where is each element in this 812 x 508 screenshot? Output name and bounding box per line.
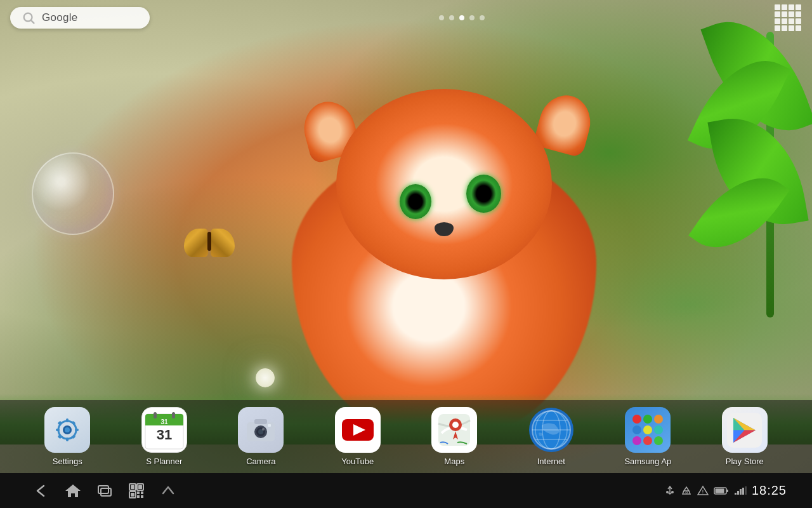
page-dot-5 <box>480 15 485 20</box>
svg-text:31: 31 <box>157 427 172 443</box>
svg-rect-7 <box>56 429 60 431</box>
svg-rect-5 <box>66 418 69 422</box>
screenshot-icon <box>128 482 145 500</box>
recents-button[interactable] <box>89 475 121 507</box>
page-dot-3 <box>459 15 464 20</box>
camera-label: Camera <box>246 457 275 466</box>
grid-icon <box>775 4 801 31</box>
svg-rect-50 <box>137 491 140 494</box>
battery-icon <box>714 486 729 495</box>
internet-label: Internet <box>537 457 565 466</box>
back-button[interactable] <box>25 475 57 507</box>
svg-rect-60 <box>715 488 724 493</box>
cat-illustration <box>254 83 634 438</box>
up-arrow-icon <box>159 482 177 500</box>
svg-text:31: 31 <box>160 418 168 425</box>
butterfly <box>184 229 235 260</box>
svg-rect-65 <box>745 486 747 495</box>
settings-icon <box>44 407 90 453</box>
svg-rect-26 <box>268 424 271 427</box>
camera-app[interactable]: Camera <box>229 407 292 466</box>
svg-rect-21 <box>254 419 267 424</box>
svg-line-1 <box>31 20 34 23</box>
maps-label: Maps <box>444 457 464 466</box>
usb-icon <box>664 485 676 497</box>
internet-icon <box>528 407 574 453</box>
svg-rect-64 <box>742 488 744 495</box>
youtube-app[interactable]: YouTube <box>326 407 390 466</box>
plant-decoration <box>634 0 812 318</box>
svg-rect-8 <box>75 429 79 431</box>
google-search-bar[interactable]: Google <box>10 7 150 29</box>
svg-point-54 <box>666 491 669 493</box>
svg-point-0 <box>24 13 32 21</box>
google-label: Google <box>42 11 78 24</box>
svg-rect-42 <box>98 486 108 493</box>
svg-rect-52 <box>137 495 140 498</box>
page-dot-4 <box>469 15 475 20</box>
maps-icon <box>431 407 477 453</box>
recents-icon <box>96 482 114 500</box>
svg-rect-59 <box>726 490 728 492</box>
home-button[interactable] <box>57 475 89 507</box>
playstore-icon <box>722 407 768 453</box>
splanner-app[interactable]: 31 31 S Planner <box>133 407 196 466</box>
svg-text:!: ! <box>702 490 704 494</box>
svg-rect-45 <box>131 485 134 489</box>
svg-rect-18 <box>154 412 157 418</box>
time-display: 18:25 <box>752 483 787 498</box>
svg-rect-47 <box>138 485 142 489</box>
svg-rect-61 <box>735 493 737 495</box>
splanner-icon: 31 31 <box>141 407 187 453</box>
samsung-apps-label: Samsung Ap <box>624 457 671 466</box>
svg-rect-6 <box>66 438 69 441</box>
search-icon <box>22 11 36 25</box>
bubble <box>32 152 114 235</box>
youtube-label: YouTube <box>341 457 374 466</box>
home-icon <box>64 482 82 500</box>
svg-point-32 <box>452 422 459 428</box>
svg-rect-49 <box>131 493 134 497</box>
svg-point-55 <box>671 491 674 493</box>
internet-app[interactable]: Internet <box>520 407 583 466</box>
nav-bar: ♻ ! 18:25 <box>0 473 812 508</box>
playstore-app[interactable]: Play Store <box>713 407 776 466</box>
svg-rect-51 <box>141 491 143 494</box>
samsung-apps-app[interactable]: Samsung Ap <box>616 407 679 466</box>
svg-rect-62 <box>737 491 739 495</box>
svg-point-4 <box>65 427 70 432</box>
settings-app[interactable]: Settings <box>36 407 99 466</box>
back-icon <box>32 482 50 500</box>
playstore-label: Play Store <box>726 457 764 466</box>
signal-icon <box>734 486 747 495</box>
up-button[interactable] <box>152 475 184 507</box>
status-bar: ♻ ! 18:25 <box>664 483 787 498</box>
page-dot-1 <box>439 15 444 20</box>
splanner-label: S Planner <box>146 457 182 466</box>
svg-rect-53 <box>141 495 143 498</box>
apps-grid-button[interactable] <box>774 4 802 32</box>
samsung-apps-icon <box>625 407 671 453</box>
page-dots <box>439 15 485 20</box>
svg-rect-43 <box>101 488 111 496</box>
svg-rect-63 <box>740 489 742 495</box>
settings-label: Settings <box>53 457 82 466</box>
warning-icon: ! <box>697 485 709 497</box>
youtube-icon <box>335 407 381 453</box>
camera-icon <box>238 407 284 453</box>
maps-app[interactable]: Maps <box>422 407 486 466</box>
svg-point-25 <box>262 428 265 431</box>
page-dot-2 <box>449 15 454 20</box>
recycle-icon: ♻ <box>681 485 692 497</box>
screenshot-button[interactable] <box>121 475 152 507</box>
top-bar: Google <box>0 0 812 35</box>
dock: Settings 31 31 S Planner <box>0 400 812 473</box>
svg-rect-19 <box>172 412 175 418</box>
